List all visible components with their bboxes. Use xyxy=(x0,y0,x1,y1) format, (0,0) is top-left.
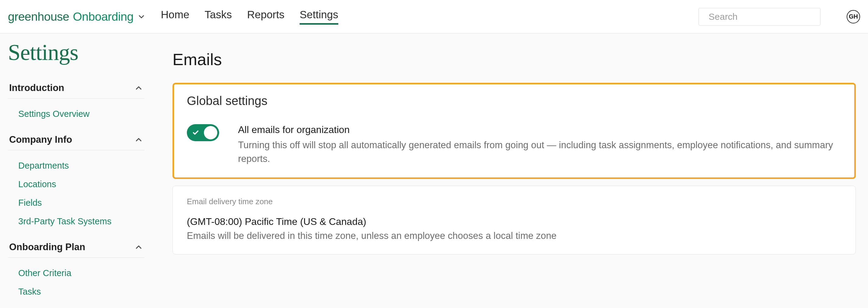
avatar[interactable]: GH xyxy=(847,10,860,24)
sidebar-item-departments[interactable]: Departments xyxy=(18,157,145,175)
sidebar-item-locations[interactable]: Locations xyxy=(18,175,145,194)
sidebar-section-label: Company Info xyxy=(9,134,72,145)
sidebar-item-3rd-party-tasks[interactable]: 3rd-Party Task Systems xyxy=(18,212,145,231)
sidebar-section-label: Onboarding Plan xyxy=(9,242,85,252)
tz-value: (GMT-08:00) Pacific Time (US & Canada) xyxy=(187,216,841,227)
sidebar: Settings Introduction Settings Overview … xyxy=(0,33,152,308)
sidebar-section-onboarding-plan[interactable]: Onboarding Plan xyxy=(8,236,145,258)
all-emails-toggle[interactable] xyxy=(187,124,219,141)
sidebar-item-settings-overview[interactable]: Settings Overview xyxy=(18,105,145,123)
sidebar-section-company-info[interactable]: Company Info xyxy=(8,128,145,150)
main-panel: Emails Global settings All emails for or… xyxy=(152,33,868,308)
card-title: Global settings xyxy=(187,94,841,108)
sidebar-item-tasks[interactable]: Tasks xyxy=(18,282,145,301)
toggle-desc: Turning this off will stop all automatic… xyxy=(238,138,841,166)
top-nav: greenhouse Onboarding Home Tasks Reports… xyxy=(0,0,868,33)
chevron-up-icon xyxy=(134,83,143,93)
sidebar-item-other-criteria[interactable]: Other Criteria xyxy=(18,264,145,282)
nav-reports[interactable]: Reports xyxy=(247,8,285,25)
chevron-down-icon xyxy=(137,12,146,21)
sidebar-section-introduction[interactable]: Introduction xyxy=(8,76,145,99)
nav-settings[interactable]: Settings xyxy=(300,8,338,25)
main-heading: Emails xyxy=(173,50,856,69)
sidebar-section-label: Introduction xyxy=(9,82,64,94)
brand-word-2: Onboarding xyxy=(73,10,133,24)
chevron-up-icon xyxy=(134,135,143,144)
search-input[interactable] xyxy=(709,11,825,22)
primary-nav: Home Tasks Reports Settings xyxy=(161,8,338,25)
search-box[interactable] xyxy=(699,8,820,26)
brand-switcher[interactable]: greenhouse Onboarding xyxy=(8,10,146,24)
timezone-card: Email delivery time zone (GMT-08:00) Pac… xyxy=(173,186,856,254)
nav-tasks[interactable]: Tasks xyxy=(205,8,231,25)
tz-desc: Emails will be delivered in this time zo… xyxy=(187,230,841,241)
chevron-up-icon xyxy=(134,243,143,252)
nav-home[interactable]: Home xyxy=(161,8,189,25)
sidebar-item-fields[interactable]: Fields xyxy=(18,194,145,212)
toggle-label: All emails for organization xyxy=(238,124,841,135)
tz-mini-label: Email delivery time zone xyxy=(187,197,841,206)
page-title: Settings xyxy=(8,40,145,65)
global-settings-card: Global settings All emails for organizat… xyxy=(173,83,856,179)
brand-word-1: greenhouse xyxy=(8,10,69,24)
